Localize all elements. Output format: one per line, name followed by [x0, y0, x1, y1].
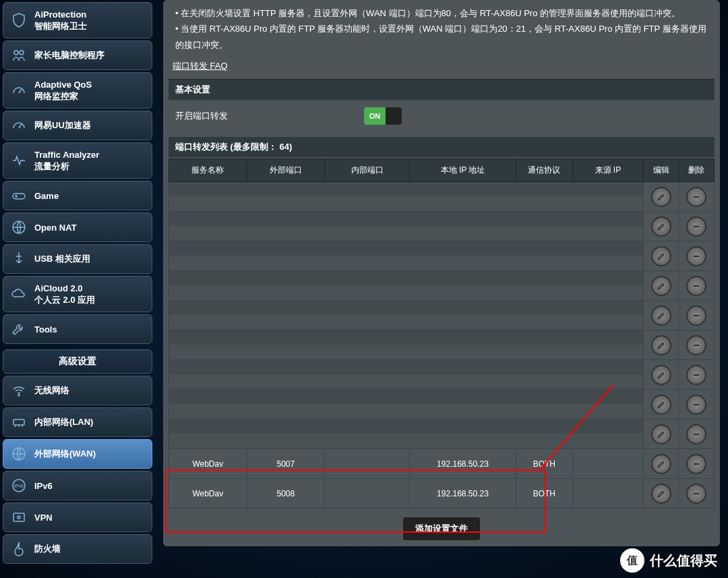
sidebar-adv-item-4[interactable]: VPN: [3, 502, 152, 532]
menu-label: 无线网络: [34, 384, 69, 397]
sidebar-item-3[interactable]: 网易UU加速器: [3, 111, 152, 140]
svg-line-2: [19, 89, 22, 93]
sidebar-item-7[interactable]: USB 相关应用: [3, 244, 152, 274]
wan-icon: [10, 445, 28, 463]
delete-button[interactable]: [686, 246, 706, 266]
svg-line-3: [19, 124, 22, 128]
edit-button[interactable]: [651, 246, 671, 266]
sidebar-adv-item-0[interactable]: 无线网络: [3, 376, 152, 405]
main-content: 在关闭防火墙设置 HTTP 服务器，且设置外网（WAN 端口）端口为80，会与 …: [155, 0, 728, 578]
edit-button[interactable]: [651, 484, 671, 504]
note-item: 在关闭防火墙设置 HTTP 服务器，且设置外网（WAN 端口）端口为80，会与 …: [175, 5, 715, 21]
sidebar-adv-item-1[interactable]: 内部网络(LAN): [3, 407, 152, 437]
gamepad-icon: [10, 187, 28, 204]
sidebar-item-1[interactable]: 家长电脑控制程序: [3, 40, 152, 70]
svg-point-14: [18, 516, 20, 519]
table-row: [169, 390, 715, 420]
edit-button[interactable]: [651, 335, 671, 355]
table-row: [169, 330, 715, 360]
col-edit: 编辑: [643, 159, 679, 182]
menu-label: 家长电脑控制程序: [34, 49, 104, 61]
cell-service: WebDav: [169, 449, 247, 479]
sidebar-adv-item-5[interactable]: 防火墙: [3, 534, 152, 564]
sidebar-adv-item-2[interactable]: 外部网络(WAN): [3, 439, 152, 469]
menu-label: Open NAT: [34, 223, 77, 233]
edit-button[interactable]: [651, 454, 671, 474]
enable-toggle[interactable]: ON: [364, 107, 402, 125]
blurred-cell: [169, 420, 644, 449]
sidebar-item-8[interactable]: AiCloud 2.0个人云 2.0 应用: [3, 276, 152, 312]
menu-label: VPN: [34, 513, 53, 523]
cell-ip: 192.168.50.23: [410, 479, 516, 509]
col-del: 删除: [679, 159, 715, 182]
svg-rect-4: [13, 194, 25, 199]
globe-icon: [10, 219, 28, 236]
edit-button[interactable]: [651, 276, 671, 296]
delete-button[interactable]: [686, 484, 706, 504]
note-item: 当使用 RT-AX86U Pro 内置的 FTP 服务器功能时，设置外网（WAN…: [175, 21, 715, 53]
edit-button[interactable]: [651, 365, 671, 385]
table-row: WebDav5007192.168.50.23BOTH: [169, 449, 715, 479]
ipv6-icon: IPv6: [10, 477, 28, 494]
watermark: 值 什么值得买: [620, 548, 717, 573]
menu-label: 内部网络(LAN): [34, 416, 93, 428]
blurred-cell: [169, 301, 644, 330]
menu-label: 防火墙: [34, 543, 61, 555]
menu-label: AiCloud 2.0个人云 2.0 应用: [34, 282, 95, 306]
toggle-on-label: ON: [364, 107, 386, 125]
delete-button[interactable]: [686, 306, 706, 326]
col-int: 内部端口: [325, 159, 410, 182]
lan-icon: [10, 413, 28, 431]
fire-icon: [10, 540, 28, 558]
delete-button[interactable]: [686, 454, 706, 474]
delete-button[interactable]: [686, 424, 706, 444]
blurred-cell: [169, 271, 644, 301]
menu-label: 外部网络(WAN): [34, 448, 96, 460]
blurred-cell: [169, 360, 644, 390]
sidebar-item-6[interactable]: Open NAT: [3, 212, 152, 242]
edit-button[interactable]: [651, 395, 671, 415]
blurred-cell: [169, 241, 644, 271]
edit-button[interactable]: [651, 216, 671, 237]
pulse-icon: [10, 152, 28, 169]
faq-link[interactable]: 端口转发 FAQ: [173, 60, 228, 72]
usb-icon: [10, 250, 28, 268]
cell-src: [572, 449, 643, 479]
delete-button[interactable]: [686, 365, 706, 385]
table-row: [169, 212, 715, 241]
delete-button[interactable]: [686, 216, 706, 237]
sidebar-item-4[interactable]: Traffic Analyzer流量分析: [3, 142, 152, 179]
blurred-cell: [169, 182, 644, 212]
blurred-cell: [169, 390, 644, 420]
list-title: 端口转发列表 (最多限制： 64): [169, 137, 715, 157]
sidebar-item-2[interactable]: Adaptive QoS网络监控家: [3, 72, 152, 109]
sidebar-adv-item-3[interactable]: IPv6IPv6: [3, 471, 152, 500]
table-row: [169, 420, 715, 449]
edit-button[interactable]: [651, 424, 671, 444]
port-forward-table: 服务名称外部端口内部端口本地 IP 地址通信协议来源 IP编辑删除 WebDav…: [169, 158, 715, 509]
menu-label: AiProtection智能网络卫士: [34, 8, 87, 32]
parental-icon: [10, 47, 28, 64]
cell-int: [325, 449, 410, 479]
basic-section-title: 基本设置: [169, 79, 715, 100]
cell-service: WebDav: [169, 479, 247, 509]
sidebar-item-9[interactable]: Tools: [3, 314, 152, 344]
sidebar-item-0[interactable]: AiProtection智能网络卫士: [3, 2, 152, 38]
delete-button[interactable]: [686, 276, 706, 296]
delete-button[interactable]: [686, 335, 706, 355]
blurred-cell: [169, 212, 644, 241]
notes-list: 在关闭防火墙设置 HTTP 服务器，且设置外网（WAN 端口）端口为80，会与 …: [175, 5, 715, 53]
delete-button[interactable]: [686, 187, 706, 207]
table-row: [169, 360, 715, 390]
menu-label: Game: [34, 191, 59, 201]
col-ext: 外部端口: [247, 159, 325, 182]
svg-point-1: [20, 51, 24, 55]
sidebar-item-5[interactable]: Game: [3, 181, 152, 210]
sidebar: AiProtection智能网络卫士家长电脑控制程序Adaptive QoS网络…: [0, 0, 155, 578]
add-profile-button[interactable]: 添加设置文件: [402, 517, 481, 541]
delete-button[interactable]: [686, 395, 706, 415]
edit-button[interactable]: [651, 306, 671, 326]
svg-point-8: [18, 395, 20, 396]
watermark-text: 什么值得买: [650, 552, 717, 570]
edit-button[interactable]: [651, 187, 671, 207]
